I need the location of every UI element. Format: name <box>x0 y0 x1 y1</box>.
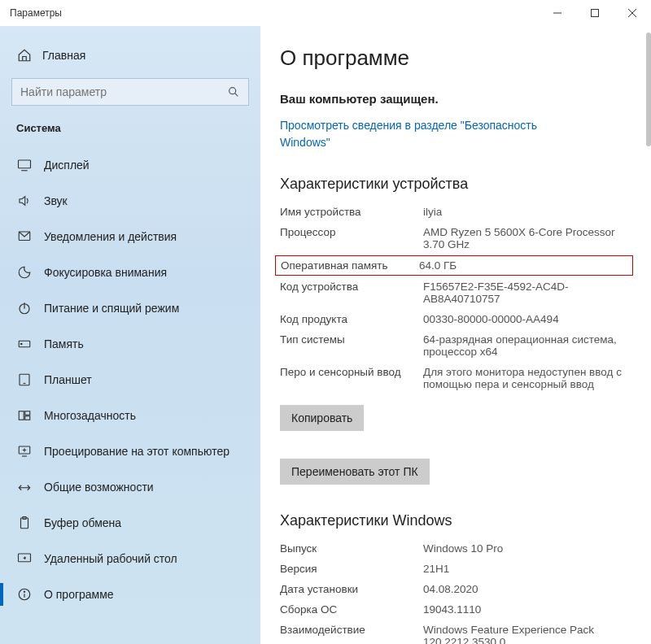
sidebar-item-multitasking[interactable]: Многозадачность <box>0 398 260 433</box>
svg-rect-17 <box>25 416 30 420</box>
spec-label: Оперативная память <box>281 259 419 272</box>
protected-label: Ваш компьютер защищен. <box>280 92 628 106</box>
close-button[interactable] <box>614 0 651 26</box>
spec-value-device-name: ilyia <box>423 206 628 218</box>
project-icon <box>16 444 33 459</box>
svg-point-25 <box>24 591 24 592</box>
search-icon <box>227 85 240 98</box>
svg-rect-1 <box>592 10 599 17</box>
spec-label: Взаимодействие <box>280 624 418 644</box>
display-icon <box>16 158 33 172</box>
sidebar-item-label: Буфер обмена <box>44 516 121 529</box>
sidebar-item-label: Дисплей <box>44 159 90 172</box>
search-input[interactable] <box>20 85 227 98</box>
svg-rect-16 <box>25 411 30 416</box>
spec-value-pen-touch: Для этого монитора недоступен ввод с пом… <box>423 366 628 390</box>
sidebar-item-shared-experiences[interactable]: Общие возможности <box>0 469 260 505</box>
spec-label: Код устройства <box>280 281 418 305</box>
sidebar-item-label: Общие возможности <box>44 481 154 494</box>
svg-point-4 <box>229 88 236 94</box>
svg-rect-15 <box>19 411 24 420</box>
spec-label: Версия <box>280 563 418 575</box>
sidebar-item-label: Фокусировка внимания <box>44 266 167 279</box>
rename-pc-button[interactable]: Переименовать этот ПК <box>280 459 430 485</box>
remote-desktop-icon <box>16 551 33 566</box>
spec-label: Имя устройства <box>280 206 418 218</box>
device-spec-heading: Характеристики устройства <box>280 176 628 193</box>
shared-icon <box>16 480 33 494</box>
spec-value-processor: AMD Ryzen 5 5600X 6-Core Processor 3.70 … <box>423 226 628 250</box>
window-title: Параметры <box>10 7 62 19</box>
windows-spec-heading: Характеристики Windows <box>280 512 628 529</box>
sidebar-nav: Дисплей Звук Уведомления и действия Фоку… <box>0 147 260 612</box>
tablet-icon <box>16 372 33 387</box>
spec-value-install-date: 04.08.2020 <box>423 583 628 595</box>
focus-assist-icon <box>16 265 33 280</box>
spec-label: Выпуск <box>280 542 418 555</box>
home-icon <box>16 48 33 63</box>
svg-rect-6 <box>19 160 31 168</box>
scrollbar-thumb[interactable] <box>646 33 651 146</box>
clipboard-icon <box>16 516 33 530</box>
spec-label: Перо и сенсорный ввод <box>280 366 418 390</box>
sidebar-item-power[interactable]: Питание и спящий режим <box>0 290 260 326</box>
security-link[interactable]: Просмотреть сведения в разделе "Безопасн… <box>280 117 573 151</box>
spec-value-version: 21H1 <box>423 563 628 575</box>
about-icon <box>16 587 33 602</box>
spec-value-edition: Windows 10 Pro <box>423 542 628 555</box>
sidebar-home-label: Главная <box>42 49 85 62</box>
spec-value-os-build: 19043.1110 <box>423 603 628 616</box>
svg-point-12 <box>21 343 23 345</box>
notifications-icon <box>16 229 33 244</box>
scrollbar-track[interactable] <box>644 26 651 644</box>
power-icon <box>16 301 33 315</box>
sidebar-item-tablet[interactable]: Планшет <box>0 362 260 398</box>
copy-button[interactable]: Копировать <box>280 405 364 431</box>
sidebar-home[interactable]: Главная <box>11 39 249 72</box>
sidebar-item-label: О программе <box>44 588 114 601</box>
spec-value-device-id: F15657E2-F35E-4592-AC4D-AB8A40710757 <box>423 281 628 305</box>
spec-label: Процессор <box>280 226 418 250</box>
sidebar-item-clipboard[interactable]: Буфер обмена <box>0 505 260 541</box>
spec-value-system-type: 64-разрядная операционная система, проце… <box>423 333 628 358</box>
spec-label: Дата установки <box>280 583 418 595</box>
sidebar-item-label: Уведомления и действия <box>44 230 177 243</box>
page-title: О программе <box>280 46 628 71</box>
sidebar: Главная Система Дисплей Звук Уведомления… <box>0 26 260 644</box>
minimize-button[interactable] <box>539 0 576 26</box>
highlighted-ram-row: Оперативная память 64.0 ГБ <box>275 255 633 276</box>
sidebar-item-remote-desktop[interactable]: Удаленный рабочий стол <box>0 541 260 577</box>
sidebar-item-display[interactable]: Дисплей <box>0 147 260 183</box>
content-pane: О программе Ваш компьютер защищен. Просм… <box>260 26 644 644</box>
sidebar-item-projecting[interactable]: Проецирование на этот компьютер <box>0 433 260 469</box>
multitask-icon <box>16 408 33 423</box>
svg-line-5 <box>235 94 238 97</box>
sidebar-item-about[interactable]: О программе <box>0 577 260 612</box>
device-spec-table: Имя устройства ilyia Процессор AMD Ryzen… <box>280 206 628 390</box>
storage-icon <box>16 337 33 351</box>
spec-label: Тип системы <box>280 333 418 358</box>
sidebar-item-focus-assist[interactable]: Фокусировка внимания <box>0 255 260 290</box>
titlebar: Параметры <box>0 0 651 26</box>
sidebar-item-notifications[interactable]: Уведомления и действия <box>0 219 260 255</box>
sidebar-item-label: Планшет <box>44 373 92 386</box>
sound-icon <box>16 194 33 208</box>
sidebar-item-sound[interactable]: Звук <box>0 183 260 219</box>
sidebar-item-storage[interactable]: Память <box>0 326 260 362</box>
sidebar-item-label: Удаленный рабочий стол <box>44 552 177 565</box>
sidebar-item-label: Звук <box>44 194 68 207</box>
maximize-button[interactable] <box>576 0 614 26</box>
sidebar-item-label: Проецирование на этот компьютер <box>44 445 229 458</box>
windows-spec-table: Выпуск Windows 10 Pro Версия 21H1 Дата у… <box>280 542 628 644</box>
search-box[interactable] <box>11 78 249 106</box>
sidebar-item-label: Многозадачность <box>44 409 136 422</box>
sidebar-category-label: Система <box>11 117 249 147</box>
window-controls <box>539 0 651 26</box>
sidebar-item-label: Питание и спящий режим <box>44 302 179 315</box>
sidebar-item-label: Память <box>44 337 84 350</box>
spec-value-ram: 64.0 ГБ <box>419 259 627 272</box>
spec-label: Код продукта <box>280 313 418 325</box>
spec-value-product-id: 00330-80000-00000-AA494 <box>423 313 628 325</box>
spec-label: Сборка ОС <box>280 603 418 616</box>
spec-value-experience: Windows Feature Experience Pack 120.2212… <box>423 624 628 644</box>
